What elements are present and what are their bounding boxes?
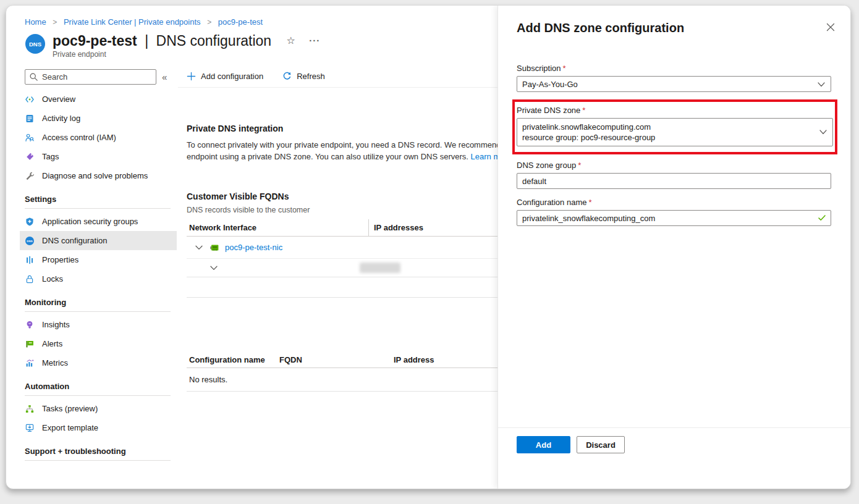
tasks-icon [25, 404, 35, 414]
add-dns-zone-panel: Add DNS zone configuration Subscription*… [497, 6, 850, 489]
sidebar-item-label: Insights [42, 320, 70, 329]
breadcrumb: Home > Private Link Center | Private end… [6, 6, 497, 27]
resource-name: poc9-pe-test [53, 33, 137, 49]
column-fqdn: FQDN [279, 355, 394, 364]
subscription-select[interactable]: Pay-As-You-Go [517, 76, 831, 92]
sidebar-item-label: Metrics [42, 358, 68, 368]
redacted-ip-blur [360, 262, 400, 273]
sidebar-item-label: Activity log [42, 114, 80, 123]
private-dns-integration-title: Private DNS integration [187, 124, 497, 133]
overview-icon [25, 94, 35, 104]
empty-row [187, 277, 497, 298]
add-configuration-label: Add configuration [201, 72, 263, 81]
subscription-label: Subscription* [517, 64, 831, 73]
svg-text:DNS: DNS [29, 41, 41, 48]
divider [25, 208, 171, 209]
configuration-name-input[interactable] [517, 210, 831, 226]
breadcrumb-link-resource[interactable]: poc9-pe-test [218, 17, 263, 27]
divider [25, 460, 171, 461]
sidebar-section-settings: Settings [25, 195, 177, 204]
sidebar-item-metrics[interactable]: Metrics [20, 353, 177, 372]
customer-fqdns-section: Customer Visible FQDNs DNS records visib… [187, 191, 497, 298]
add-configuration-button[interactable]: Add configuration [187, 72, 263, 81]
sidebar-item-label: Export template [42, 423, 98, 432]
sidebar-item-label: Tasks (preview) [42, 404, 98, 413]
sidebar: « Overview [6, 67, 178, 464]
sidebar-item-alerts[interactable]: Alerts [20, 334, 177, 353]
nic-row: poc9-pe-test-nic [187, 237, 497, 259]
sidebar-item-insights[interactable]: Insights [20, 315, 177, 334]
dns-zone-group-field: DNS zone group* [517, 161, 831, 189]
sidebar-item-label: Application security groups [42, 217, 138, 226]
alerts-icon [25, 339, 35, 349]
ip-row [187, 259, 497, 277]
sidebar-item-label: Properties [42, 255, 78, 264]
svg-text:DNS: DNS [27, 239, 32, 242]
sidebar-item-locks[interactable]: Locks [20, 269, 177, 288]
panel-form: Subscription* Pay-As-You-Go Private DNS … [498, 35, 850, 226]
favorite-star-icon[interactable]: ☆ [287, 35, 295, 46]
private-dns-zone-select[interactable]: privatelink.snowflakecomputing.com resou… [517, 118, 833, 146]
refresh-button[interactable]: Refresh [282, 71, 325, 81]
sidebar-item-activity-log[interactable]: Activity log [20, 109, 177, 128]
sidebar-item-label: Locks [42, 274, 63, 284]
sidebar-item-access-control[interactable]: Access control (IAM) [20, 128, 177, 147]
sidebar-item-properties[interactable]: Properties [20, 250, 177, 269]
fqdn-table-header: Network Interface IP addresses [187, 219, 497, 237]
more-options-icon[interactable]: ··· [309, 35, 320, 46]
required-asterisk: * [582, 106, 585, 115]
column-ip-addresses: IP addresses [368, 219, 497, 236]
highlight-annotation: Private DNS zone* privatelink.snowflakec… [512, 99, 837, 154]
customer-fqdns-title: Customer Visible FQDNs [187, 191, 497, 201]
chevron-down-icon [818, 82, 825, 87]
wrench-icon [25, 171, 35, 181]
divider [25, 311, 171, 312]
command-bar: Add configuration Refresh [178, 67, 497, 88]
required-asterisk: * [563, 64, 566, 73]
dns-icon: DNS [25, 236, 35, 246]
chevron-down-icon[interactable] [209, 263, 219, 273]
tags-icon [25, 152, 35, 162]
required-asterisk: * [588, 198, 591, 207]
pdi-line1: To connect privately with your private e… [187, 140, 497, 149]
sidebar-item-tags[interactable]: Tags [20, 147, 177, 166]
private-dns-zone-field: Private DNS zone* privatelink.snowflakec… [517, 106, 833, 146]
add-button[interactable]: Add [517, 436, 570, 453]
column-network-interface: Network Interface [187, 223, 368, 232]
sidebar-item-diagnose[interactable]: Diagnose and solve problems [20, 166, 177, 185]
sidebar-item-tasks-preview[interactable]: Tasks (preview) [20, 399, 177, 418]
sidebar-item-label: Diagnose and solve problems [42, 171, 148, 180]
properties-icon [25, 255, 35, 265]
dns-zone-group-input[interactable] [517, 173, 831, 189]
nic-icon [209, 243, 219, 253]
search-input[interactable] [25, 69, 156, 85]
refresh-icon [282, 71, 292, 81]
main-content: Add configuration Refresh Private DNS in… [178, 67, 497, 464]
page-header: DNS poc9-pe-test | DNS configuration ☆ ·… [6, 27, 497, 59]
discard-button[interactable]: Discard [577, 436, 625, 453]
refresh-label: Refresh [297, 72, 325, 81]
search-icon [29, 72, 38, 82]
panel-title: Add DNS zone configuration [517, 21, 684, 35]
nic-link[interactable]: poc9-pe-test-nic [225, 243, 282, 252]
insights-icon [25, 320, 35, 330]
column-configuration-name: Configuration name [187, 355, 279, 364]
sidebar-item-application-security-groups[interactable]: Application security groups [20, 212, 177, 231]
no-results-row: No results. [187, 368, 497, 392]
sidebar-item-overview[interactable]: Overview [20, 90, 177, 109]
close-icon[interactable] [826, 23, 835, 32]
learn-more-link[interactable]: Learn more [471, 152, 497, 161]
sidebar-item-label: DNS configuration [42, 236, 108, 245]
sidebar-item-dns-configuration[interactable]: DNS DNS configuration [20, 231, 177, 250]
breadcrumb-separator: > [207, 18, 211, 27]
sidebar-item-export-template[interactable]: Export template [20, 418, 177, 437]
dns-resource-icon: DNS [25, 33, 46, 54]
breadcrumb-link-home[interactable]: Home [25, 17, 46, 27]
resource-type-label: Private endpoint [53, 50, 320, 59]
configuration-name-label: Configuration name* [517, 198, 831, 207]
blade-name: DNS configuration [156, 33, 272, 49]
collapse-sidebar-icon[interactable]: « [162, 72, 167, 82]
divider [25, 395, 171, 396]
chevron-down-icon[interactable] [194, 243, 204, 253]
breadcrumb-link-private-link-center[interactable]: Private Link Center | Private endpoints [64, 17, 201, 27]
